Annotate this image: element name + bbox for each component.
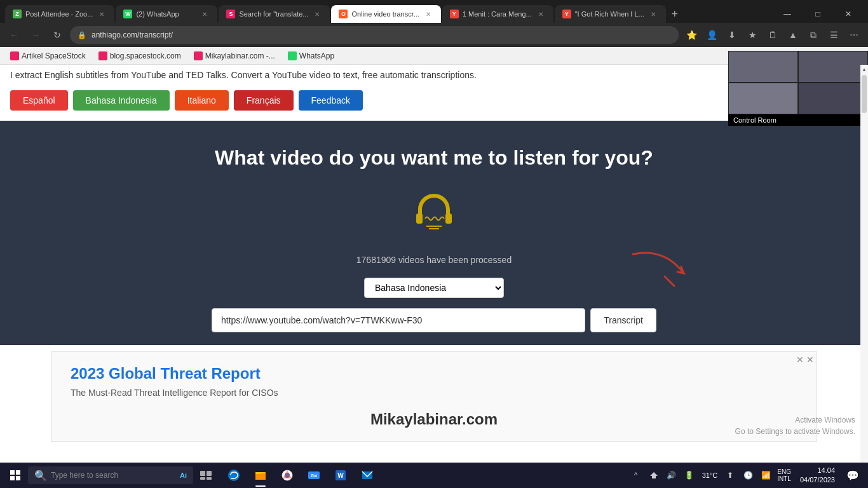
svg-rect-7 [16, 476, 20, 480]
back-button[interactable]: ← [5, 26, 23, 44]
taskbar: 🔍 Type here to search Ai [0, 463, 868, 488]
svg-rect-6 [10, 476, 15, 480]
tab-close-tab6[interactable]: ✕ [648, 9, 658, 19]
bookmark-item-1[interactable]: blog.spacestock.com [93, 50, 186, 62]
browser-action-buttons: ⭐ 👤 ⬇ ★ 🗒 ▲ ⧉ ☰ ⋯ [682, 26, 863, 44]
ad-close-button[interactable]: ✕ ✕ [796, 355, 814, 365]
url-input-row: Transcript [212, 308, 656, 332]
svg-text:Zm: Zm [311, 473, 318, 478]
tab-close-tab3[interactable]: ✕ [312, 9, 322, 19]
tray-bar-icon[interactable]: 📶 [758, 468, 773, 483]
extensions-button[interactable]: ⭐ [682, 26, 700, 44]
browser-chrome: Z Post Attendee - Zoo... ✕ W (2) WhatsAp… [0, 0, 868, 47]
taskbar-chrome-icon[interactable] [275, 463, 300, 488]
taskbar-mail-icon[interactable] [355, 463, 380, 488]
bookmark-item-0[interactable]: Artikel SpaceStock [5, 50, 91, 62]
video-overlay: Control Room [728, 51, 868, 126]
browser-tab-tab3[interactable]: S Search for "translate... ✕ [219, 5, 330, 23]
tab-close-tab4[interactable]: ✕ [423, 9, 433, 19]
bookmark-item-2[interactable]: Mikaylabinar.com -... [189, 50, 280, 62]
main-title: What video do you want me to listen for … [215, 146, 653, 170]
svg-rect-11 [207, 477, 212, 480]
address-bar[interactable]: 🔒 anthiago.com/transcript/ [70, 26, 679, 44]
feedback-button[interactable]: Feedback [299, 90, 363, 111]
taskbar-search[interactable]: 🔍 Type here to search Ai [28, 466, 193, 484]
browser-tab-tab2[interactable]: W (2) WhatsApp ✕ [116, 5, 217, 23]
taskbar-app-icons: Zm W [221, 463, 380, 488]
split-screen-button[interactable]: ⧉ [804, 26, 822, 44]
video-thumbnail [728, 51, 868, 114]
espanol-button[interactable]: Español [10, 90, 68, 111]
video-label: Control Room [728, 114, 868, 126]
arrow-annotation [627, 248, 690, 295]
reload-button[interactable]: ↻ [48, 26, 66, 44]
headphone-icon [409, 185, 459, 245]
taskview-button[interactable] [193, 463, 219, 488]
taskbar-search-icon: 🔍 [34, 470, 47, 482]
tray-battery-icon[interactable]: 🔋 [682, 468, 697, 483]
watermark-line2: Go to Settings to activate Windows. [735, 426, 855, 437]
taskbar-search-text: Type here to search [51, 471, 118, 480]
svg-rect-10 [200, 477, 205, 480]
notification-button[interactable]: 💬 [840, 463, 865, 488]
taskbar-edge-icon[interactable] [221, 463, 247, 488]
tab-close-tab1[interactable]: ✕ [97, 9, 107, 19]
tray-time-icon[interactable]: 🕒 [740, 468, 756, 483]
svg-rect-5 [16, 470, 20, 475]
transcript-button[interactable]: Transcript [590, 308, 656, 332]
tray-volume-icon[interactable]: 🔊 [664, 468, 679, 483]
forward-button[interactable]: → [27, 26, 44, 44]
new-tab-button[interactable]: + [666, 5, 684, 23]
taskbar-zoom-icon[interactable]: Zm [301, 463, 327, 488]
window-controls: — □ ✕ [773, 5, 863, 23]
taskbar-word-icon[interactable]: W [328, 463, 353, 488]
tray-chevron-icon[interactable]: ^ [628, 468, 644, 483]
start-button[interactable] [3, 463, 28, 488]
browser-menu-button[interactable]: ⋯ [845, 26, 863, 44]
taskbar-time: 14.04 [800, 466, 835, 475]
ad-brand: Mikaylabinar.com [71, 410, 797, 428]
system-tray: ^ 🔊 🔋 31°C ⬆ 🕒 📶 [628, 468, 774, 483]
browser-tab-tab5[interactable]: Y 1 Menit : Cara Meng... ✕ [442, 5, 553, 23]
collections-button[interactable]: 🗒 [764, 26, 782, 44]
more-tools-button[interactable]: ▲ [784, 26, 802, 44]
bookmark-item-3[interactable]: WhatsApp [283, 50, 339, 62]
browser-tab-tab1[interactable]: Z Post Attendee - Zoo... ✕ [5, 5, 114, 23]
browser-tab-tab4[interactable]: O Online video transcr... ✕ [331, 5, 440, 23]
page-content: I extract English subtitles from YouTube… [0, 65, 868, 442]
italiano-button[interactable]: Italiano [175, 90, 229, 111]
download-button[interactable]: ⬇ [723, 26, 741, 44]
scrollbar[interactable]: ▲ ▼ [860, 65, 868, 488]
tray-network-icon[interactable] [646, 468, 661, 483]
tab-close-tab2[interactable]: ✕ [200, 9, 210, 19]
windows-watermark: Activate Windows Go to Settings to activ… [735, 414, 855, 437]
favorites-button[interactable]: ★ [743, 26, 761, 44]
maximize-button[interactable]: □ [803, 5, 832, 23]
taskbar-date: 04/07/2023 [800, 475, 835, 485]
taskbar-ai-label: Ai [180, 471, 187, 479]
ad-subtitle: The Must-Read Threat Intelligence Report… [71, 388, 797, 398]
svg-rect-4 [10, 470, 15, 475]
browser-tab-tab6[interactable]: Y "I Got Rich When I L... ✕ [555, 5, 666, 23]
taskbar-file-explorer-icon[interactable] [248, 463, 273, 488]
francais-button[interactable]: Français [234, 90, 294, 111]
taskbar-clock[interactable]: 14.04 04/07/2023 [795, 466, 840, 485]
svg-text:W: W [337, 472, 344, 479]
scroll-thumb[interactable] [862, 75, 867, 113]
minimize-button[interactable]: — [773, 5, 802, 23]
watermark-line1: Activate Windows [735, 414, 855, 426]
bahasa-indonesia-button[interactable]: Bahasa Indonesia [73, 90, 170, 111]
scroll-up-button[interactable]: ▲ [860, 65, 868, 74]
close-button[interactable]: ✕ [834, 5, 863, 23]
main-section: Control Room What video do you want me t… [0, 121, 868, 345]
sidebar-button[interactable]: ☰ [825, 26, 843, 44]
profile-button[interactable]: 👤 [703, 26, 721, 44]
tab-close-tab5[interactable]: ✕ [536, 9, 546, 19]
ad-title: 2023 Global Threat Report [71, 365, 797, 383]
language-dropdown[interactable]: Bahasa Indonesia English Español Françai… [364, 278, 504, 298]
headphone-container [409, 185, 459, 247]
taskbar-language-indicator[interactable]: ENG INTL [773, 468, 795, 482]
svg-rect-15 [255, 472, 261, 474]
youtube-url-input[interactable] [212, 308, 585, 332]
tray-flag-icon[interactable]: ⬆ [722, 468, 738, 483]
